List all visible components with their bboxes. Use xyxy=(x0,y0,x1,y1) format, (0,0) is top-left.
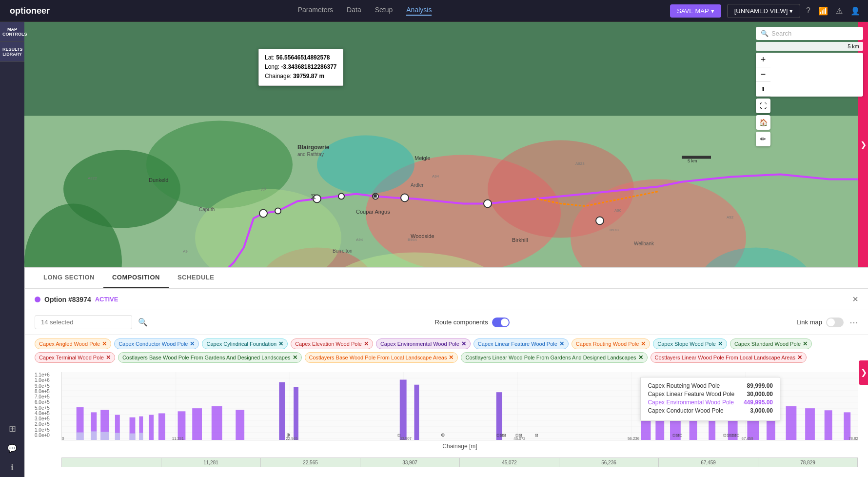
link-map-knob xyxy=(827,318,835,326)
nav-right: SAVE MAP ▾ [UNNAMED VIEW] ▾ ? 📶 ⚠ 👤 xyxy=(670,4,868,18)
search-icon: 🔍 xyxy=(761,30,769,37)
option-dot xyxy=(35,297,40,302)
svg-rect-89 xyxy=(212,406,222,440)
home-button[interactable]: 🏠 xyxy=(756,115,770,130)
svg-rect-91 xyxy=(77,433,84,440)
svg-rect-105 xyxy=(786,406,797,440)
svg-text:⊡⊡⊡⊡⊡: ⊡⊡⊡⊡⊡ xyxy=(723,433,740,437)
info-icon[interactable]: ℹ xyxy=(0,458,24,477)
signal-icon[interactable]: 📶 xyxy=(818,6,828,16)
nav-analysis[interactable]: Analysis xyxy=(406,6,432,16)
selected-input[interactable] xyxy=(35,315,132,329)
chat-icon[interactable]: 💬 xyxy=(0,439,24,458)
save-map-button[interactable]: SAVE MAP ▾ xyxy=(670,4,721,18)
alert-icon[interactable]: ⚠ xyxy=(836,6,843,16)
nav-icons: ? 📶 ⚠ 👤 xyxy=(806,6,860,16)
bottom-panel: LONG SECTION COMPOSITION SCHEDULE Option… xyxy=(24,267,868,477)
toggle-knob xyxy=(501,318,509,326)
tag-costlayers-base-gardens: Costlayers Base Wood Pole From Gardens A… xyxy=(118,352,302,363)
svg-text:Meigle: Meigle xyxy=(414,155,430,161)
tag-capex-slope-remove[interactable]: ✕ xyxy=(718,340,723,347)
toggle-group-link: Link map xyxy=(796,318,844,327)
tag-capex-terminal-remove[interactable]: ✕ xyxy=(106,354,111,361)
app-logo: optioneer xyxy=(0,6,59,16)
svg-text:Ardler: Ardler xyxy=(411,182,424,188)
active-status: ACTIVE xyxy=(95,296,118,303)
chainage-segment-3: 33,907 xyxy=(360,458,460,467)
panel-header: Option #83974 ACTIVE × xyxy=(25,289,868,310)
tooltip-row-2: Capex Linear Feature Wood Pole 30,000.00 xyxy=(648,391,773,398)
nav-data[interactable]: Data xyxy=(347,6,361,16)
tab-schedule[interactable]: SCHEDULE xyxy=(169,268,223,288)
search-placeholder: Search xyxy=(771,30,791,37)
more-options-button[interactable]: ⋯ xyxy=(849,317,858,328)
unnamed-view-button[interactable]: [UNNAMED VIEW] ▾ xyxy=(727,4,800,18)
long-value: -3.343681812286377 xyxy=(281,63,336,70)
nav-parameters[interactable]: Parameters xyxy=(298,6,333,16)
lat-label: Lat: xyxy=(265,54,275,61)
svg-rect-109 xyxy=(279,382,285,440)
svg-point-22 xyxy=(596,217,604,225)
chainage-segment-1: 11,281 xyxy=(161,458,261,467)
svg-text:A94: A94 xyxy=(432,174,439,179)
tag-costlayers-linear-gardens-remove[interactable]: ✕ xyxy=(638,354,643,361)
svg-text:33,907: 33,907 xyxy=(400,437,412,440)
svg-rect-92 xyxy=(91,431,97,440)
tag-capex-angled-remove[interactable]: ✕ xyxy=(102,340,107,347)
svg-text:67,459: 67,459 xyxy=(741,437,753,440)
grid-icon[interactable]: ⊞ xyxy=(0,418,24,439)
tag-capex-elevation-remove[interactable]: ✕ xyxy=(364,340,369,347)
chainage-segment-5: 56,236 xyxy=(559,458,659,467)
nav-setup[interactable]: Setup xyxy=(375,6,393,16)
tag-capex-conductor-remove[interactable]: ✕ xyxy=(190,340,195,347)
chainage-segment-2: 22,565 xyxy=(261,458,360,467)
tab-long-section[interactable]: LONG SECTION xyxy=(35,268,103,288)
svg-rect-88 xyxy=(192,408,202,440)
svg-point-6 xyxy=(488,140,634,238)
tab-composition[interactable]: COMPOSITION xyxy=(103,268,169,288)
svg-text:B954: B954 xyxy=(408,238,417,242)
svg-rect-110 xyxy=(294,387,298,440)
svg-text:A90: A90 xyxy=(614,208,622,213)
svg-rect-60 xyxy=(682,156,711,159)
svg-text:Dunkeld: Dunkeld xyxy=(149,177,168,183)
filter-search-button[interactable]: 🔍 xyxy=(138,318,148,327)
tag-capex-standard-remove[interactable]: ✕ xyxy=(803,340,808,347)
tag-capex-routing-remove[interactable]: ✕ xyxy=(641,340,646,347)
svg-text:A92: A92 xyxy=(727,215,734,219)
link-map-toggle[interactable] xyxy=(826,318,844,327)
tag-costlayers-base-local-remove[interactable]: ✕ xyxy=(449,354,454,361)
zoom-out-button[interactable]: − xyxy=(756,67,770,82)
map-controls-button[interactable]: MAP CONTROLS xyxy=(0,22,24,42)
tag-capex-environmental-remove[interactable]: ✕ xyxy=(461,340,466,347)
svg-rect-86 xyxy=(158,413,165,440)
option-badge: Option #83974 ACTIVE xyxy=(35,296,118,303)
svg-rect-87 xyxy=(178,411,186,440)
route-components-toggle[interactable] xyxy=(492,318,510,327)
tag-costlayers-base-gardens-remove[interactable]: ✕ xyxy=(293,354,297,361)
edit-button[interactable]: ✏ xyxy=(756,132,770,146)
chart-area: 1.1e+6 1.0e+6 9.0e+5 8.0e+5 7.0e+5 6.0e+… xyxy=(25,367,868,457)
tag-capex-conductor: Capex Conductor Wood Pole ✕ xyxy=(114,338,199,349)
chart-y-axis: 1.1e+6 1.0e+6 9.0e+5 8.0e+5 7.0e+5 6.0e+… xyxy=(35,372,59,438)
results-library-button[interactable]: RESULTS LIBRARY xyxy=(0,42,24,62)
user-icon[interactable]: 👤 xyxy=(850,6,860,16)
search-bar[interactable]: 🔍 Search xyxy=(756,27,863,40)
tag-capex-terminal: Capex Terminal Wood Pole ✕ xyxy=(35,352,115,363)
svg-rect-95 xyxy=(130,434,136,440)
tag-costlayers-linear-local-remove[interactable]: ✕ xyxy=(797,354,802,361)
tag-capex-linear-feature-remove[interactable]: ✕ xyxy=(559,340,564,347)
tooltip-row-4: Capex Conductor Wood Pole 3,000.00 xyxy=(648,407,773,414)
tag-costlayers-base-local: Costlayers Base Wood Pole From Local Lan… xyxy=(305,352,458,363)
panel-right-toggle[interactable]: ❯ xyxy=(859,360,868,385)
tag-capex-cylindrical-remove[interactable]: ✕ xyxy=(278,340,283,347)
compass-button[interactable]: ⬆ xyxy=(756,82,770,97)
close-button[interactable]: × xyxy=(852,294,858,305)
coordinate-tooltip: Lat: 56.55646514892578 Long: -3.34368181… xyxy=(258,49,343,86)
help-icon[interactable]: ? xyxy=(806,6,810,16)
svg-text:45,072: 45,072 xyxy=(513,437,526,440)
fullscreen-button[interactable]: ⛶ xyxy=(756,99,770,113)
svg-point-19 xyxy=(373,194,378,199)
scale-bar: 5 km xyxy=(756,42,863,51)
zoom-in-button[interactable]: + xyxy=(756,53,770,67)
